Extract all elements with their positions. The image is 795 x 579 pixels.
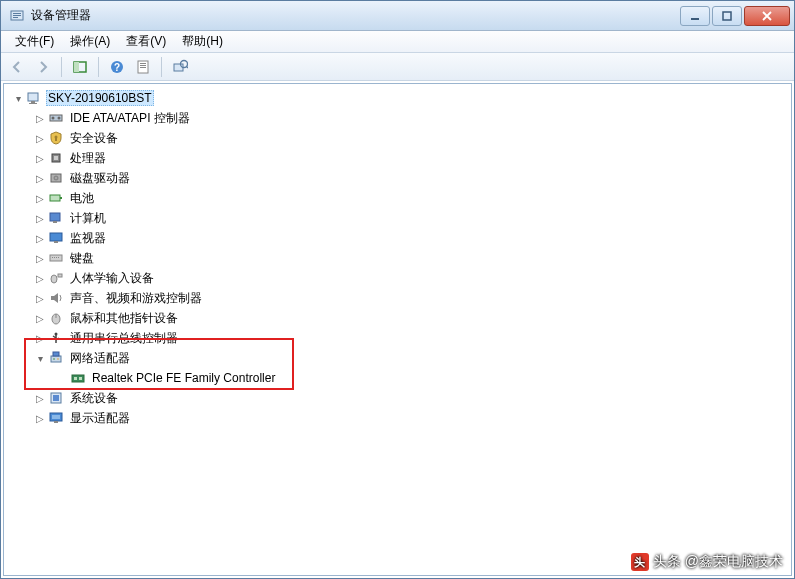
tree-item-label: 电池 bbox=[68, 189, 96, 208]
expand-toggle[interactable]: ▷ bbox=[34, 392, 46, 404]
svg-point-41 bbox=[51, 275, 57, 283]
expand-toggle[interactable]: ▾ bbox=[12, 92, 24, 104]
device-manager-window: 设备管理器 文件(F) 操作(A) 查看(V) 帮助(H) ? ▾SKY-201… bbox=[0, 0, 795, 579]
tree-item-label: 鼠标和其他指针设备 bbox=[68, 309, 180, 328]
expand-toggle[interactable]: ▷ bbox=[34, 232, 46, 244]
svg-rect-30 bbox=[50, 195, 60, 201]
svg-rect-40 bbox=[58, 257, 59, 258]
hid-icon bbox=[48, 270, 64, 286]
security-icon bbox=[48, 130, 64, 146]
category-computer[interactable]: ▷计算机 bbox=[4, 208, 791, 228]
svg-rect-17 bbox=[28, 93, 38, 101]
forward-button[interactable] bbox=[31, 55, 55, 79]
properties-button[interactable] bbox=[131, 55, 155, 79]
svg-rect-7 bbox=[74, 62, 79, 72]
svg-rect-38 bbox=[54, 257, 55, 258]
expand-toggle[interactable]: ▷ bbox=[34, 412, 46, 424]
svg-rect-57 bbox=[52, 415, 60, 419]
category-monitor[interactable]: ▷监视器 bbox=[4, 228, 791, 248]
help-button[interactable]: ? bbox=[105, 55, 129, 79]
battery-icon bbox=[48, 190, 64, 206]
tree-item-label: 安全设备 bbox=[68, 129, 120, 148]
category-battery[interactable]: ▷电池 bbox=[4, 188, 791, 208]
menu-action[interactable]: 操作(A) bbox=[62, 31, 118, 52]
nic-icon bbox=[70, 370, 86, 386]
category-system[interactable]: ▷系统设备 bbox=[4, 388, 791, 408]
svg-rect-5 bbox=[723, 12, 731, 20]
svg-point-22 bbox=[58, 117, 61, 120]
svg-line-16 bbox=[186, 66, 188, 68]
tree-item-label: 处理器 bbox=[68, 149, 108, 168]
expand-toggle[interactable]: ▷ bbox=[34, 152, 46, 164]
svg-rect-51 bbox=[72, 375, 84, 382]
expand-toggle[interactable]: ▷ bbox=[34, 212, 46, 224]
category-display[interactable]: ▷显示适配器 bbox=[4, 408, 791, 428]
category-keyboard[interactable]: ▷键盘 bbox=[4, 248, 791, 268]
maximize-button[interactable] bbox=[712, 6, 742, 26]
svg-rect-39 bbox=[56, 257, 57, 258]
category-ide[interactable]: ▷IDE ATA/ATAPI 控制器 bbox=[4, 108, 791, 128]
mouse-icon bbox=[48, 310, 64, 326]
toolbar: ? bbox=[1, 53, 794, 81]
app-icon bbox=[9, 8, 25, 24]
tree-item-label: 人体学输入设备 bbox=[68, 269, 156, 288]
disk-icon bbox=[48, 170, 64, 186]
expand-toggle[interactable]: ▷ bbox=[34, 332, 46, 344]
category-security[interactable]: ▷安全设备 bbox=[4, 128, 791, 148]
tree-item-label: 计算机 bbox=[68, 209, 108, 228]
back-button[interactable] bbox=[5, 55, 29, 79]
tree-item-label: 监视器 bbox=[68, 229, 108, 248]
category-usb[interactable]: ▷通用串行总线控制器 bbox=[4, 328, 791, 348]
svg-rect-1 bbox=[13, 13, 21, 14]
category-hid[interactable]: ▷人体学输入设备 bbox=[4, 268, 791, 288]
close-button[interactable] bbox=[744, 6, 790, 26]
svg-rect-37 bbox=[52, 257, 53, 258]
window-buttons bbox=[680, 6, 790, 26]
svg-rect-4 bbox=[691, 18, 699, 20]
svg-point-29 bbox=[55, 177, 57, 179]
category-disk[interactable]: ▷磁盘驱动器 bbox=[4, 168, 791, 188]
category-network[interactable]: ▾网络适配器 bbox=[4, 348, 791, 368]
toolbar-separator bbox=[61, 57, 62, 77]
svg-rect-47 bbox=[51, 356, 61, 362]
svg-rect-3 bbox=[13, 17, 18, 18]
scan-hardware-button[interactable] bbox=[168, 55, 192, 79]
titlebar: 设备管理器 bbox=[1, 1, 794, 31]
expand-toggle[interactable]: ▷ bbox=[34, 172, 46, 184]
svg-rect-53 bbox=[79, 377, 82, 380]
network-icon bbox=[48, 350, 64, 366]
menu-file[interactable]: 文件(F) bbox=[7, 31, 62, 52]
svg-rect-14 bbox=[174, 64, 183, 71]
pc-icon bbox=[26, 90, 42, 106]
usb-icon bbox=[48, 330, 64, 346]
device-nic[interactable]: Realtek PCIe FE Family Controller bbox=[4, 368, 791, 388]
expand-toggle[interactable]: ▾ bbox=[34, 352, 46, 364]
expand-toggle[interactable]: ▷ bbox=[34, 312, 46, 324]
category-cpu[interactable]: ▷处理器 bbox=[4, 148, 791, 168]
toolbar-separator bbox=[98, 57, 99, 77]
minimize-button[interactable] bbox=[680, 6, 710, 26]
expand-toggle[interactable]: ▷ bbox=[34, 112, 46, 124]
svg-rect-26 bbox=[54, 156, 58, 160]
category-mouse[interactable]: ▷鼠标和其他指针设备 bbox=[4, 308, 791, 328]
svg-rect-24 bbox=[55, 138, 57, 141]
category-sound[interactable]: ▷声音、视频和游戏控制器 bbox=[4, 288, 791, 308]
expand-toggle[interactable]: ▷ bbox=[34, 132, 46, 144]
svg-rect-18 bbox=[31, 101, 35, 103]
svg-rect-11 bbox=[140, 63, 146, 64]
svg-rect-13 bbox=[140, 67, 146, 68]
watermark-text: 头条 @鑫荣电脑技术 bbox=[653, 553, 783, 571]
menu-view[interactable]: 查看(V) bbox=[118, 31, 174, 52]
show-hide-console-button[interactable] bbox=[68, 55, 92, 79]
menu-help[interactable]: 帮助(H) bbox=[174, 31, 231, 52]
menubar: 文件(F) 操作(A) 查看(V) 帮助(H) bbox=[1, 31, 794, 53]
root-node[interactable]: ▾SKY-20190610BST bbox=[4, 88, 791, 108]
svg-rect-35 bbox=[54, 241, 58, 243]
window-title: 设备管理器 bbox=[31, 7, 680, 24]
expand-toggle[interactable]: ▷ bbox=[34, 192, 46, 204]
expand-toggle[interactable]: ▷ bbox=[34, 252, 46, 264]
expand-toggle[interactable]: ▷ bbox=[34, 272, 46, 284]
tree-panel[interactable]: ▾SKY-20190610BST▷IDE ATA/ATAPI 控制器▷安全设备▷… bbox=[3, 83, 792, 576]
expand-toggle[interactable]: ▷ bbox=[34, 292, 46, 304]
computer-icon bbox=[48, 210, 64, 226]
